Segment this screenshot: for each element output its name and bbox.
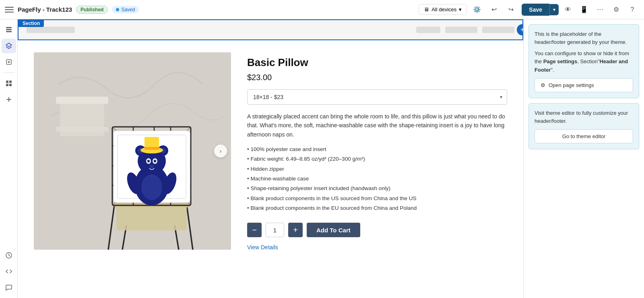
svg-point-48 — [141, 174, 162, 200]
right-panel: This is the placeholder of the header/fo… — [523, 19, 644, 298]
info-card-text1: This is the placeholder of the header/fo… — [535, 30, 633, 46]
quantity-input[interactable] — [266, 223, 284, 237]
product-section: › Basic Pillow $23.00 18×18 - $23 ▾ A st… — [18, 40, 523, 263]
product-features: 100% polyester case and insertFabric wei… — [247, 145, 507, 213]
svg-rect-12 — [56, 97, 108, 104]
feature-item: Blank product components in the EU sourc… — [247, 203, 507, 213]
sidebar-item-history[interactable] — [2, 248, 16, 263]
sidebar-item-chat[interactable] — [2, 280, 16, 295]
carousel-next-btn[interactable]: › — [214, 145, 227, 157]
save-dropdown-arrow[interactable]: ▾ — [549, 4, 559, 15]
sidebar-item-layers[interactable] — [2, 39, 16, 53]
save-button-group: Save ▾ — [522, 4, 559, 16]
header-bar-2 — [416, 27, 440, 33]
feature-item: Blank product components in the US sourc… — [247, 194, 507, 203]
feature-item: Hidden zipper — [247, 164, 507, 174]
sidebar-item-addons[interactable] — [2, 92, 16, 107]
app-settings-btn[interactable]: ⚙ — [609, 3, 623, 17]
saved-badge: Saved — [112, 6, 139, 13]
view-details-link[interactable]: View Details — [247, 244, 278, 250]
product-price: $23.00 — [247, 73, 507, 82]
header-section: Section + — [18, 19, 523, 40]
menu-icon[interactable] — [5, 5, 14, 14]
theme-editor-card: Visit theme editor to fully customize yo… — [528, 103, 639, 149]
feature-item: Shape-retaining polyester insert include… — [247, 184, 507, 193]
left-sidebar — [0, 19, 18, 298]
svg-rect-9 — [8, 97, 9, 102]
more-options-btn[interactable]: ⋯ — [593, 3, 607, 17]
svg-rect-2 — [6, 31, 12, 32]
sidebar-divider — [3, 72, 14, 73]
svg-rect-1 — [6, 29, 12, 30]
quantity-cart-row: − + Add To Cart — [247, 223, 507, 237]
product-info: Basic Pillow $23.00 18×18 - $23 ▾ A stra… — [247, 52, 507, 251]
nav-right: Save ▾ 👁 📱 ⋯ ⚙ ? — [522, 3, 639, 17]
gear-icon: ⚙ — [541, 82, 545, 88]
svg-rect-20 — [116, 206, 187, 230]
info-card-text2: You can configure to show or hide it fro… — [535, 50, 633, 74]
theme-editor-text: Visit theme editor to fully customize yo… — [535, 109, 633, 125]
chevron-down-icon: ▾ — [459, 6, 462, 12]
quantity-minus-btn[interactable]: − — [247, 223, 262, 237]
product-image-container: › — [34, 52, 231, 250]
header-bar-1 — [27, 27, 75, 33]
undo-btn[interactable]: ↩ — [487, 3, 501, 17]
header-bar-3 — [445, 27, 477, 33]
section-label: Section — [19, 20, 44, 27]
header-placeholder — [19, 20, 522, 39]
published-badge: Published — [76, 6, 108, 14]
svg-point-41 — [154, 160, 156, 162]
sidebar-item-elements[interactable] — [2, 76, 16, 91]
save-button[interactable]: Save — [522, 4, 549, 16]
sidebar-item-shopify[interactable] — [2, 55, 16, 69]
top-navigation: PageFly - Track123 Published Saved 🖥 All… — [0, 0, 644, 19]
canvas-area[interactable]: Section + — [18, 19, 523, 298]
svg-rect-5 — [9, 81, 12, 83]
info-card-header-footer: This is the placeholder of the header/fo… — [528, 24, 639, 98]
device-selector[interactable]: 🖥 All devices ▾ — [419, 4, 467, 15]
preview-btn[interactable]: 👁 — [561, 3, 575, 17]
quantity-plus-btn[interactable]: + — [288, 223, 303, 237]
product-image — [34, 52, 231, 250]
svg-point-40 — [147, 160, 150, 162]
variant-select[interactable]: 18×18 - $23 — [247, 89, 507, 105]
device-icon: 🖥 — [424, 6, 429, 12]
redo-btn[interactable]: ↪ — [504, 3, 518, 17]
feature-item: Machine-washable case — [247, 174, 507, 184]
product-description: A strategically placed accent can bring … — [247, 112, 507, 139]
svg-point-42 — [149, 165, 154, 168]
feature-item: 100% polyester case and insert — [247, 145, 507, 154]
app-title: PageFly - Track123 — [18, 6, 72, 13]
svg-rect-7 — [9, 84, 12, 86]
feature-item: Fabric weight: 6.49–8.85 oz/yd² (220–300… — [247, 154, 507, 164]
svg-rect-4 — [6, 81, 8, 83]
mobile-preview-btn[interactable]: 📱 — [577, 3, 591, 17]
svg-rect-0 — [6, 27, 12, 28]
nav-left: PageFly - Track123 Published Saved — [5, 5, 415, 14]
product-title: Basic Pillow — [247, 56, 507, 69]
page-canvas: Section + — [18, 19, 523, 298]
svg-rect-45 — [144, 147, 159, 150]
sidebar-item-code[interactable] — [2, 264, 16, 279]
sidebar-item-pages[interactable] — [2, 23, 16, 37]
svg-rect-6 — [6, 84, 8, 86]
add-to-cart-btn[interactable]: Add To Cart — [307, 223, 360, 237]
variant-select-wrapper: 18×18 - $23 ▾ — [247, 89, 507, 105]
nav-center: 🖥 All devices ▾ ⚙️ ↩ ↪ — [419, 3, 518, 17]
main-area: Section + — [0, 19, 644, 298]
open-page-settings-btn[interactable]: ⚙ Open page settings — [535, 78, 633, 92]
go-to-theme-editor-btn[interactable]: Go to theme editor — [535, 129, 633, 143]
svg-rect-14 — [56, 127, 108, 132]
help-btn[interactable]: ? — [625, 3, 639, 17]
settings-panel-btn[interactable]: ⚙️ — [470, 3, 484, 17]
header-bar-4 — [482, 27, 514, 33]
saved-dot — [116, 8, 119, 11]
